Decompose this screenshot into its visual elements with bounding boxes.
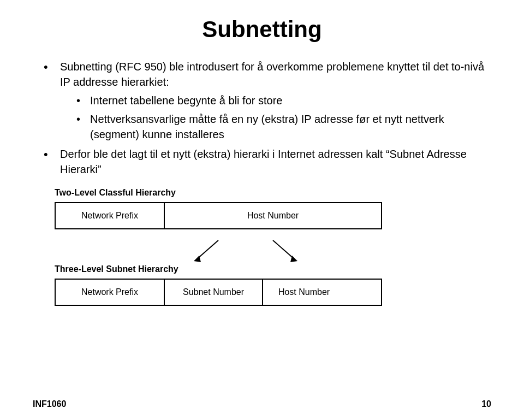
three-level-label: Three-Level Subnet Hierarchy — [55, 264, 491, 274]
arrows-svg — [164, 240, 382, 262]
bullet-2-text: Derfor ble det lagt til et nytt (ekstra)… — [60, 148, 467, 175]
bullet-1-text: Subnetting (RFC 950) ble introdusert for… — [60, 61, 484, 88]
three-level-network-prefix-box: Network Prefix — [56, 280, 165, 305]
footer-course: INF1060 — [33, 399, 66, 409]
three-level-subnet-number-box: Subnet Number — [165, 280, 263, 305]
footer: INF1060 10 — [0, 399, 524, 409]
footer-page: 10 — [481, 399, 491, 409]
slide-title: Subnetting — [33, 16, 491, 43]
bullet-1: Subnetting (RFC 950) ble introdusert for… — [44, 59, 491, 142]
arrow-area — [164, 240, 382, 262]
svg-line-2 — [273, 240, 295, 259]
two-level-boxes: Network Prefix Host Number — [55, 202, 382, 229]
three-level-diagram: Three-Level Subnet Hierarchy Network Pre… — [55, 264, 491, 306]
two-level-diagram: Two-Level Classful Hierarchy Network Pre… — [55, 188, 491, 229]
diagrams-section: Two-Level Classful Hierarchy Network Pre… — [33, 188, 491, 306]
two-level-label: Two-Level Classful Hierarchy — [55, 188, 491, 198]
three-level-boxes: Network Prefix Subnet Number Host Number — [55, 279, 382, 306]
sub-bullet-1-2: Nettverksansvarlige måtte få en ny (ekst… — [76, 111, 491, 142]
sub-bullet-1-1: Internet tabellene begynte å bli for sto… — [76, 93, 491, 108]
two-level-network-prefix-box: Network Prefix — [56, 203, 165, 228]
bullet-2: Derfor ble det lagt til et nytt (ekstra)… — [44, 146, 491, 177]
two-level-host-number-box: Host Number — [165, 203, 381, 228]
main-bullet-list: Subnetting (RFC 950) ble introdusert for… — [44, 59, 491, 177]
three-level-host-number-box: Host Number — [263, 280, 345, 305]
svg-line-0 — [196, 240, 218, 259]
sub-bullet-list-1: Internet tabellene begynte å bli for sto… — [76, 93, 491, 142]
slide-container: Subnetting Subnetting (RFC 950) ble intr… — [0, 0, 524, 420]
